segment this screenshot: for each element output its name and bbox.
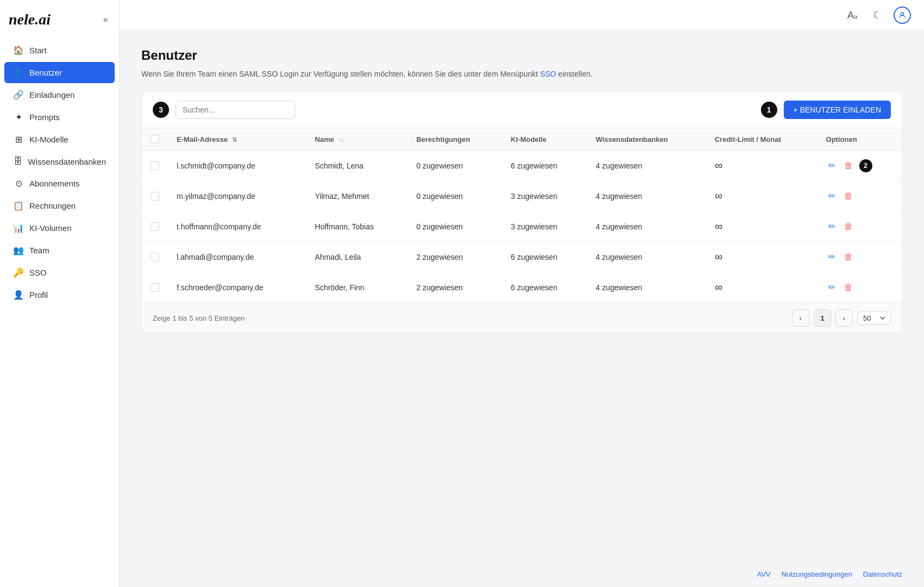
- row-checkbox-3: [142, 242, 168, 272]
- per-page-select[interactable]: 50 25 100: [857, 311, 891, 325]
- col-credit-limit: Credit-Limit / Monat: [706, 128, 817, 151]
- edit-button-2[interactable]: ✏: [826, 219, 838, 234]
- checkbox-0[interactable]: [151, 161, 159, 170]
- sidebar-item-prompts[interactable]: ✦ Prompts: [4, 107, 115, 128]
- logo-area: nele.ai «: [0, 11, 119, 39]
- table-row: m.yilmaz@company.de Yilmaz, Mehmet 0 zug…: [142, 181, 902, 211]
- toolbar-left: 3: [153, 101, 295, 119]
- page-footer: AVV Nutzungsbedingungen Datenschutz: [120, 561, 924, 587]
- sidebar-item-team[interactable]: 👥 Team: [4, 240, 115, 261]
- sidebar-item-label-rechnungen: Rechnungen: [29, 201, 76, 210]
- sidebar-item-label-einladungen: Einladungen: [29, 90, 74, 99]
- cell-optionen-1: ✏ 🗑: [817, 181, 902, 211]
- row-checkbox-4: [142, 272, 168, 303]
- users-table-container: 3 1 + BENUTZER EINLADEN E-Mail-A: [141, 91, 902, 334]
- prev-page-button[interactable]: ‹: [792, 309, 809, 327]
- select-all-checkbox[interactable]: [151, 135, 159, 143]
- sidebar-item-label-sso: SSO: [29, 268, 47, 277]
- sso-link[interactable]: SSO: [540, 70, 557, 78]
- footer-info: Zeige 1 bis 5 von 5 Einträgen: [153, 314, 245, 322]
- invite-user-button[interactable]: + BENUTZER EINLADEN: [784, 101, 891, 119]
- avv-link[interactable]: AVV: [757, 570, 771, 578]
- sidebar-item-rechnungen[interactable]: 📋 Rechnungen: [4, 195, 115, 216]
- cell-name-0: Schmidt, Lena: [306, 151, 408, 181]
- row-checkbox-2: [142, 211, 168, 242]
- checkbox-4[interactable]: [151, 283, 159, 292]
- delete-button-2[interactable]: 🗑: [842, 220, 855, 234]
- cell-email-1: m.yilmaz@company.de: [168, 181, 306, 211]
- sidebar-item-wissensdatenbanken[interactable]: 🗄 Wissensdatenbanken: [4, 151, 115, 172]
- next-page-button[interactable]: ›: [835, 309, 853, 327]
- edit-button-4[interactable]: ✏: [826, 280, 838, 295]
- user-avatar-icon[interactable]: [894, 7, 911, 24]
- collapse-button[interactable]: «: [101, 13, 110, 27]
- checkbox-3[interactable]: [151, 253, 159, 261]
- sidebar-item-label-abonnements: Abonnements: [29, 179, 80, 188]
- cell-wissensdatenbanken-1: 4 zugewiesen: [587, 181, 706, 211]
- sidebar-item-profil[interactable]: 👤 Profil: [4, 284, 115, 305]
- sidebar-item-label-profil: Profil: [29, 290, 48, 299]
- users-table: E-Mail-Adresse ⇅ Name ↑↓ Berechtigungen …: [142, 128, 902, 302]
- delete-button-4[interactable]: 🗑: [842, 280, 855, 295]
- badge-2: 2: [859, 159, 872, 172]
- page-title: Benutzer: [141, 48, 902, 63]
- datenschutz-link[interactable]: Datenschutz: [863, 570, 902, 578]
- sidebar-item-abonnements[interactable]: ⊙ Abonnements: [4, 173, 115, 194]
- sidebar-item-label-benutzer: Benutzer: [29, 68, 62, 77]
- abonnements-icon: ⊙: [13, 178, 24, 189]
- table-row: l.schmidt@company.de Schmidt, Lena 0 zug…: [142, 151, 902, 181]
- delete-button-0[interactable]: 🗑: [842, 159, 855, 173]
- dark-mode-icon[interactable]: ☾: [870, 6, 885, 24]
- svg-point-0: [901, 12, 903, 15]
- table-row: t.hoffmann@company.de Hoffmann, Tobias 0…: [142, 211, 902, 242]
- toolbar-right: 1 + BENUTZER EINLADEN: [761, 101, 891, 119]
- sidebar-item-label-ki-modelle: KI-Modelle: [29, 135, 68, 144]
- cell-ki-modelle-3: 6 zugewiesen: [502, 242, 587, 272]
- row-checkbox-1: [142, 181, 168, 211]
- checkbox-1[interactable]: [151, 192, 159, 201]
- sidebar-item-einladungen[interactable]: 🔗 Einladungen: [4, 84, 115, 105]
- start-icon: 🏠: [13, 45, 24, 55]
- sidebar-item-sso[interactable]: 🔑 SSO: [4, 262, 115, 283]
- table-footer: Zeige 1 bis 5 von 5 Einträgen ‹ 1 › 50 2…: [142, 302, 902, 333]
- col-name[interactable]: Name ↑↓: [306, 128, 408, 151]
- pagination: ‹ 1 › 50 25 100: [792, 309, 891, 327]
- sidebar-item-benutzer[interactable]: 👤 Benutzer: [4, 62, 115, 83]
- edit-button-0[interactable]: ✏: [826, 158, 838, 173]
- benutzer-icon: 👤: [13, 67, 24, 78]
- cell-name-3: Ahmadi, Leila: [306, 242, 408, 272]
- sort-email-icon: ⇅: [232, 136, 237, 143]
- sidebar-item-ki-volumen[interactable]: 📊 KI-Volumen: [4, 217, 115, 239]
- cell-ki-modelle-2: 3 zugewiesen: [502, 211, 587, 242]
- translate-icon[interactable]: Aₐ: [844, 6, 861, 24]
- col-ki-modelle: KI-Modelle: [502, 128, 587, 151]
- search-input[interactable]: [176, 101, 295, 119]
- sidebar-item-label-team: Team: [29, 246, 49, 255]
- wissensdatenbanken-icon: 🗄: [13, 157, 23, 166]
- delete-button-1[interactable]: 🗑: [842, 189, 855, 203]
- cell-ki-modelle-4: 6 zugewiesen: [502, 272, 587, 303]
- sidebar-item-label-start: Start: [29, 46, 47, 55]
- edit-button-3[interactable]: ✏: [826, 249, 838, 264]
- page-1-button[interactable]: 1: [814, 309, 831, 327]
- content-area: Benutzer Wenn Sie Ihrem Team einen SAML …: [120, 30, 924, 561]
- sidebar: nele.ai « 🏠 Start👤 Benutzer🔗 Einladungen…: [0, 0, 120, 587]
- cell-name-1: Yilmaz, Mehmet: [306, 181, 408, 211]
- edit-button-1[interactable]: ✏: [826, 189, 838, 203]
- cell-berechtigungen-3: 2 zugewiesen: [408, 242, 502, 272]
- cell-email-2: t.hoffmann@company.de: [168, 211, 306, 242]
- cell-optionen-0: ✏ 🗑 2: [817, 151, 902, 181]
- delete-button-3[interactable]: 🗑: [842, 250, 855, 264]
- cell-wissensdatenbanken-4: 4 zugewiesen: [587, 272, 706, 303]
- cell-ki-modelle-0: 6 zugewiesen: [502, 151, 587, 181]
- cell-credit-limit-3: ∞: [706, 242, 817, 272]
- cell-credit-limit-2: ∞: [706, 211, 817, 242]
- sidebar-item-start[interactable]: 🏠 Start: [4, 40, 115, 61]
- col-email[interactable]: E-Mail-Adresse ⇅: [168, 128, 306, 151]
- badge-3: 3: [153, 102, 169, 118]
- checkbox-2[interactable]: [151, 222, 159, 231]
- cell-berechtigungen-4: 2 zugewiesen: [408, 272, 502, 303]
- nutzungsbedingungen-link[interactable]: Nutzungsbedingungen: [782, 570, 852, 578]
- sidebar-item-ki-modelle[interactable]: ⊞ KI-Modelle: [4, 129, 115, 150]
- cell-optionen-3: ✏ 🗑: [817, 242, 902, 272]
